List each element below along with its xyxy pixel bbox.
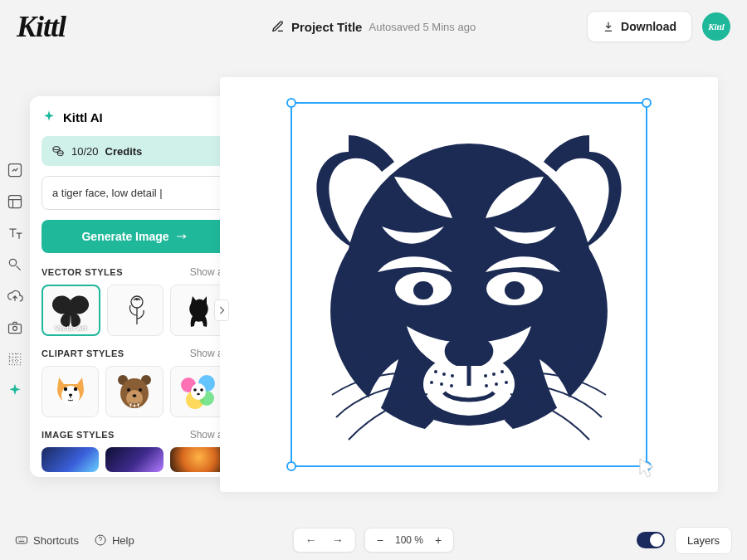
svg-point-41	[484, 374, 487, 377]
avatar[interactable]: Kittl	[702, 12, 730, 41]
tiger-artwork[interactable]	[299, 110, 639, 459]
zoom-value: 100 %	[395, 534, 423, 546]
project-title-group[interactable]: Project Title Autosaved 5 Mins ago	[271, 20, 476, 34]
cursor-icon	[637, 457, 657, 479]
svg-point-5	[53, 147, 60, 150]
undo-button[interactable]: ←	[302, 533, 320, 547]
image-style-1[interactable]	[42, 447, 99, 472]
credits-label: Credits	[105, 145, 143, 158]
tool-rail	[0, 162, 30, 399]
resize-handle-tr[interactable]	[642, 98, 652, 108]
sparkle-icon	[42, 110, 56, 124]
arrow-right-icon	[176, 232, 188, 241]
svg-rect-3	[9, 324, 22, 334]
project-title: Project Title	[291, 20, 363, 34]
svg-point-2	[9, 259, 16, 265]
svg-point-39	[500, 370, 504, 373]
keyboard-icon	[15, 533, 28, 547]
download-icon	[603, 21, 614, 32]
canvas[interactable]	[199, 73, 739, 496]
redo-button[interactable]: →	[329, 533, 347, 547]
svg-rect-1	[9, 196, 22, 208]
header: Kittl Project Title Autosaved 5 Mins ago…	[0, 0, 747, 53]
bottom-bar: Shortcuts Help ← → − 100 % + Layers	[0, 520, 747, 560]
svg-point-10	[73, 387, 76, 391]
svg-point-34	[442, 373, 446, 376]
resize-handle-tl[interactable]	[286, 98, 296, 108]
clipart-style-corgi[interactable]	[42, 366, 99, 417]
svg-point-37	[440, 382, 443, 386]
svg-point-43	[495, 382, 498, 386]
vector-style-rose[interactable]	[107, 285, 164, 336]
shortcuts-button[interactable]: Shortcuts	[15, 533, 79, 547]
zoom-out-button[interactable]: −	[374, 533, 387, 547]
svg-rect-45	[16, 537, 27, 543]
shortcuts-label: Shortcuts	[33, 534, 79, 547]
history-controls: ← →	[293, 528, 356, 553]
upload-tool-icon[interactable]	[7, 288, 23, 304]
logo[interactable]: Kittl	[17, 9, 66, 44]
svg-point-36	[430, 381, 433, 384]
text-tool-icon[interactable]	[7, 225, 23, 241]
help-label: Help	[112, 534, 134, 547]
download-button[interactable]: Download	[587, 11, 692, 42]
image-style-2[interactable]	[105, 447, 163, 472]
svg-point-44	[485, 384, 488, 387]
svg-point-4	[13, 326, 17, 330]
pencil-icon	[271, 20, 285, 33]
help-icon	[94, 533, 107, 547]
zoom-in-button[interactable]: +	[432, 533, 445, 547]
shape-tool-icon[interactable]	[7, 256, 23, 273]
svg-point-9	[63, 387, 66, 391]
coins-icon	[51, 144, 65, 158]
photo-tool-icon[interactable]	[7, 319, 23, 336]
svg-point-38	[450, 384, 453, 387]
svg-point-18	[132, 394, 136, 397]
style-caption: Vector Art	[43, 324, 99, 332]
autosave-status: Autosaved 5 Mins ago	[369, 21, 476, 33]
layers-button[interactable]: Layers	[675, 527, 732, 554]
ai-panel-title-text: Kittl AI	[63, 110, 103, 124]
generate-label: Generate Image	[81, 230, 168, 243]
selection-box[interactable]	[290, 102, 647, 467]
svg-point-33	[434, 370, 437, 373]
clipart-style-bear[interactable]	[105, 366, 163, 417]
credits-count: 10/20	[71, 145, 99, 158]
artboard[interactable]	[220, 77, 718, 492]
svg-point-42	[505, 381, 508, 384]
download-label: Download	[621, 20, 676, 33]
svg-point-31	[413, 281, 433, 299]
clipart-section-label: CLIPART STYLES	[42, 348, 124, 358]
svg-point-16	[127, 388, 130, 392]
vector-style-butterfly[interactable]: Vector Art	[42, 285, 100, 336]
image-section-label: IMAGE STYLES	[42, 430, 115, 440]
svg-point-40	[492, 373, 496, 376]
svg-point-35	[451, 374, 454, 377]
vector-next-button[interactable]	[214, 299, 229, 321]
grid-tool-icon[interactable]	[7, 351, 23, 368]
dark-mode-toggle[interactable]	[637, 532, 665, 548]
svg-point-32	[505, 281, 525, 299]
vector-section-label: VECTOR STYLES	[42, 267, 123, 277]
resize-handle-bl[interactable]	[286, 461, 296, 471]
edit-tool-icon[interactable]	[7, 162, 23, 178]
help-button[interactable]: Help	[94, 533, 134, 547]
svg-point-24	[194, 388, 198, 392]
zoom-controls: − 100 % +	[364, 528, 454, 553]
svg-point-17	[139, 388, 142, 392]
layout-tool-icon[interactable]	[7, 193, 23, 210]
ai-tool-icon[interactable]	[7, 382, 23, 399]
